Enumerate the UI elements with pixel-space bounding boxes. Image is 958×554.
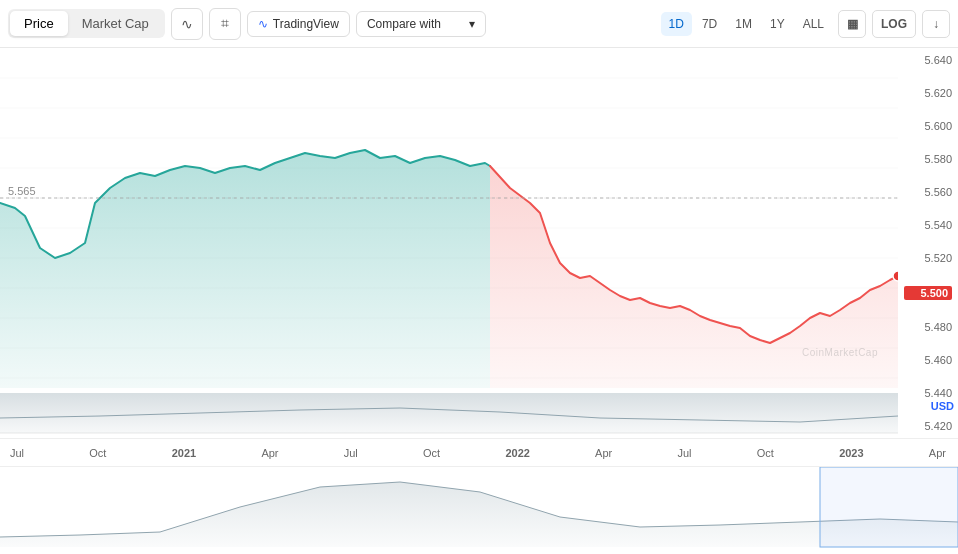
chevron-down-icon: ▾ — [469, 17, 475, 31]
bottom-x-apr-2023: Apr — [929, 447, 946, 459]
y-label-4: 5.580 — [904, 153, 952, 165]
time-7d[interactable]: 7D — [694, 12, 725, 36]
y-label-6: 5.540 — [904, 219, 952, 231]
main-chart: 5.565 5.640 5.620 5.600 5.580 5.560 5.54… — [0, 48, 958, 438]
tradingview-line-icon: ∿ — [258, 17, 268, 31]
line-chart-button[interactable]: ∿ — [171, 8, 203, 40]
candle-chart-icon: ⌗ — [221, 15, 229, 32]
y-label-8: 5.500 — [904, 286, 952, 300]
y-label-12: 5.420 — [904, 420, 952, 432]
y-axis: 5.640 5.620 5.600 5.580 5.560 5.540 5.52… — [898, 48, 958, 438]
y-label-1: 5.640 — [904, 54, 952, 66]
time-all[interactable]: ALL — [795, 12, 832, 36]
bottom-x-2021: 2021 — [172, 447, 196, 459]
line-chart-icon: ∿ — [181, 16, 193, 32]
bottom-x-apr-2022: Apr — [595, 447, 612, 459]
y-label-10: 5.460 — [904, 354, 952, 366]
bottom-x-jul-2021: Jul — [344, 447, 358, 459]
tradingview-button[interactable]: ∿ TradingView — [247, 11, 350, 37]
usd-label: USD — [931, 400, 954, 412]
tradingview-label: TradingView — [273, 17, 339, 31]
svg-rect-14 — [0, 393, 898, 433]
download-icon: ↓ — [933, 17, 939, 31]
volume-area — [0, 388, 898, 438]
log-button[interactable]: LOG — [872, 10, 916, 38]
bottom-x-axis: Jul Oct 2021 Apr Jul Oct 2022 Apr Jul Oc… — [0, 438, 958, 466]
compare-dropdown[interactable]: Compare with ▾ — [356, 11, 486, 37]
bottom-x-jul-2020: Jul — [10, 447, 24, 459]
candle-chart-button[interactable]: ⌗ — [209, 8, 241, 40]
bottom-x-2023: 2023 — [839, 447, 863, 459]
y-label-3: 5.600 — [904, 120, 952, 132]
time-range-group: 1D 7D 1M 1Y ALL — [661, 12, 832, 36]
svg-text:5.565: 5.565 — [8, 185, 36, 197]
time-1y[interactable]: 1Y — [762, 12, 793, 36]
overview-chart — [0, 466, 958, 550]
time-1d[interactable]: 1D — [661, 12, 692, 36]
tab-price[interactable]: Price — [10, 11, 68, 36]
svg-rect-15 — [820, 467, 958, 547]
bottom-x-oct-2020: Oct — [89, 447, 106, 459]
compare-label: Compare with — [367, 17, 441, 31]
y-label-11: 5.440 — [904, 387, 952, 399]
toolbar: Price Market Cap ∿ ⌗ ∿ TradingView Compa… — [0, 0, 958, 48]
download-button[interactable]: ↓ — [922, 10, 950, 38]
calendar-button[interactable]: ▦ — [838, 10, 866, 38]
tab-market-cap[interactable]: Market Cap — [68, 11, 163, 36]
bottom-x-oct-2021: Oct — [423, 447, 440, 459]
calendar-icon: ▦ — [847, 17, 858, 31]
y-label-9: 5.480 — [904, 321, 952, 333]
bottom-x-2022: 2022 — [505, 447, 529, 459]
log-label: LOG — [881, 17, 907, 31]
price-chart-svg[interactable]: 5.565 — [0, 48, 898, 418]
bottom-x-jul-2022: Jul — [677, 447, 691, 459]
time-1m[interactable]: 1M — [727, 12, 760, 36]
watermark: CoinMarketCap — [802, 347, 878, 358]
chart-type-tabs: Price Market Cap — [8, 9, 165, 38]
y-label-2: 5.620 — [904, 87, 952, 99]
y-label-7: 5.520 — [904, 252, 952, 264]
bottom-x-apr-2021: Apr — [261, 447, 278, 459]
bottom-x-oct-2022: Oct — [757, 447, 774, 459]
y-label-5: 5.560 — [904, 186, 952, 198]
